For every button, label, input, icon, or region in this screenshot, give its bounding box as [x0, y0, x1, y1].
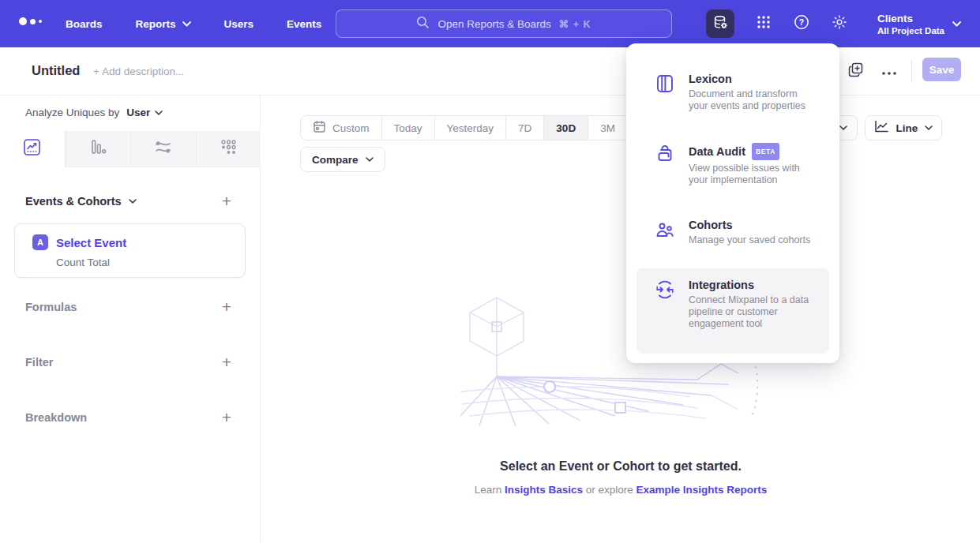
data-management-button[interactable] — [706, 9, 734, 38]
range-custom[interactable]: Custom — [301, 116, 381, 140]
menu-item-title: Cohorts — [689, 218, 810, 232]
database-gear-icon — [712, 14, 729, 34]
nav-item-events[interactable]: Events — [287, 18, 321, 30]
events-cohorts-section: Events & Cohorts + — [25, 195, 231, 208]
formulas-section: Formulas + — [25, 301, 231, 313]
filter-section: Filter + — [25, 356, 231, 369]
nav-item-boards[interactable]: Boards — [66, 18, 103, 30]
menu-item-description: Manage your saved cohorts — [689, 234, 810, 246]
more-options-button[interactable] — [880, 62, 898, 80]
chevron-down-icon — [952, 21, 961, 27]
cohorts-icon — [655, 219, 675, 240]
save-button[interactable]: Save — [922, 58, 961, 81]
retention-grid-icon — [219, 137, 238, 160]
data-management-menu: Lexicon Document and transform your even… — [626, 43, 839, 363]
apps-grid-button[interactable] — [749, 9, 778, 38]
filter-label: Filter — [25, 356, 53, 369]
menu-item-title: Data AuditBETA — [689, 143, 818, 160]
menu-item-data-audit[interactable]: Data AuditBETA View possible issues with… — [636, 133, 829, 196]
chevron-down-icon[interactable] — [129, 199, 137, 204]
duplicate-button[interactable] — [847, 62, 864, 80]
add-event-button[interactable]: + — [222, 195, 231, 208]
tab-retention-grid[interactable] — [196, 131, 261, 167]
chevron-down-icon — [366, 157, 374, 162]
range-30d-selected[interactable]: 30D — [543, 116, 588, 140]
tab-insights-line[interactable] — [0, 131, 66, 167]
mixpanel-insights-page: Boards Reports Users Events Open Reports… — [0, 0, 980, 543]
header-divider — [911, 59, 912, 83]
search-placeholder: Open Reports & Boards — [437, 18, 550, 30]
duplicate-icon — [848, 62, 863, 81]
settings-button[interactable] — [825, 9, 854, 38]
report-canvas: Custom Today Yesterday 7D 30D 3M 6M Comp… — [261, 95, 980, 543]
beta-badge: BETA — [752, 143, 779, 160]
calendar-icon — [313, 120, 326, 136]
chevron-down-icon — [925, 125, 933, 130]
gear-icon — [831, 13, 848, 34]
book-icon — [655, 73, 675, 94]
example-reports-link[interactable]: Example Insights Reports — [636, 484, 768, 496]
query-builder-sidebar: Analyze Uniques by User — [0, 95, 261, 543]
tab-bar-chart[interactable] — [66, 131, 131, 167]
add-filter-button[interactable]: + — [222, 356, 231, 369]
svg-text:?: ? — [799, 17, 804, 27]
event-letter-badge: A — [32, 234, 48, 250]
primary-nav: Boards Reports Users Events — [66, 0, 321, 47]
help-button[interactable]: ? — [787, 9, 816, 38]
ellipsis-icon — [882, 64, 896, 78]
grid-icon — [756, 14, 772, 33]
top-navbar: Boards Reports Users Events Open Reports… — [0, 0, 980, 47]
date-range-control: Custom Today Yesterday 7D 30D 3M 6M — [300, 115, 667, 140]
tab-flow-chart[interactable] — [130, 131, 196, 167]
analyze-value-dropdown[interactable]: User — [126, 107, 150, 118]
chevron-down-icon — [839, 125, 847, 130]
analyze-label: Analyze Uniques by — [25, 107, 119, 118]
breakdown-label: Breakdown — [25, 411, 87, 424]
insights-basics-link[interactable]: Insights Basics — [505, 484, 583, 496]
empty-state-title: Select an Event or Cohort to get started… — [261, 459, 980, 474]
report-title[interactable]: Untitled — [32, 63, 80, 78]
event-card[interactable]: A Select Event Count Total — [14, 223, 246, 278]
analyze-uniques-control: Analyze Uniques by User — [25, 107, 163, 118]
empty-state-links: Learn Insights Basics or explore Example… — [261, 484, 980, 496]
chevron-down-icon — [182, 21, 191, 27]
chevron-down-icon[interactable] — [155, 110, 163, 115]
select-event-button[interactable]: Select Event — [56, 236, 126, 249]
range-yesterday[interactable]: Yesterday — [434, 116, 506, 140]
range-3m[interactable]: 3M — [588, 116, 627, 140]
project-switcher[interactable]: Clients All Project Data — [877, 12, 961, 36]
help-icon: ? — [793, 13, 810, 34]
formulas-label: Formulas — [25, 301, 77, 313]
chart-type-tabs — [0, 131, 261, 167]
menu-item-description: View possible issues with your implement… — [689, 163, 818, 186]
range-today[interactable]: Today — [381, 116, 434, 140]
menu-item-title: Integrations — [689, 278, 818, 292]
menu-item-integrations[interactable]: Integrations Connect Mixpanel to a data … — [636, 268, 829, 354]
audit-icon — [655, 144, 675, 165]
menu-item-description: Connect Mixpanel to a data pipeline or c… — [689, 294, 818, 330]
project-name: All Project Data — [877, 25, 944, 36]
bar-chart-icon — [88, 137, 108, 160]
insights-chart-icon — [22, 137, 42, 160]
add-formula-button[interactable]: + — [222, 301, 231, 313]
mixpanel-logo-icon[interactable] — [19, 17, 42, 25]
menu-item-description: Document and transform your events and p… — [689, 88, 818, 112]
nav-item-reports[interactable]: Reports — [136, 18, 191, 30]
events-cohorts-label[interactable]: Events & Cohorts — [25, 195, 122, 208]
search-shortcut: ⌘ + K — [559, 18, 591, 30]
menu-item-cohorts[interactable]: Cohorts Manage your saved cohorts — [636, 208, 829, 256]
nav-item-users[interactable]: Users — [224, 18, 254, 30]
org-name: Clients — [877, 12, 944, 25]
compare-dropdown[interactable]: Compare — [300, 147, 385, 172]
range-7d[interactable]: 7D — [505, 116, 543, 140]
menu-item-title: Lexicon — [689, 72, 818, 86]
search-icon — [416, 16, 430, 32]
global-search-input[interactable]: Open Reports & Boards ⌘ + K — [336, 9, 672, 38]
add-breakdown-button[interactable]: + — [222, 411, 231, 424]
menu-item-lexicon[interactable]: Lexicon Document and transform your even… — [636, 62, 829, 122]
count-total-dropdown[interactable]: Count Total — [56, 257, 110, 268]
flow-icon — [153, 137, 173, 160]
navbar-right: ? Clients All Project Data — [706, 0, 980, 47]
chart-type-dropdown[interactable]: Line — [865, 115, 942, 140]
add-description-field[interactable]: + Add description... — [93, 66, 184, 77]
